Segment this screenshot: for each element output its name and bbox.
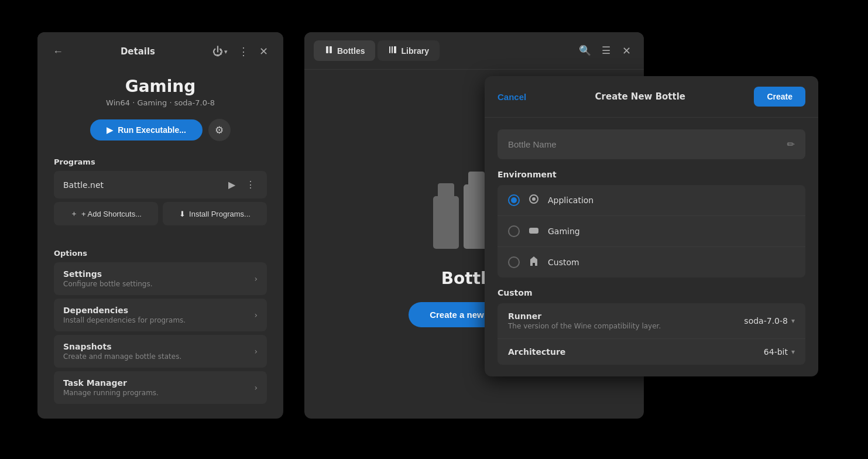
library-tab-icon: [388, 45, 397, 56]
svg-point-11: [532, 197, 536, 201]
programs-label: Programs: [54, 157, 267, 166]
details-title: Details: [121, 46, 155, 57]
edit-icon: ✏: [787, 139, 795, 150]
svg-rect-4: [394, 46, 396, 53]
details-panel: ← Details ⏻ ▾ ⋮ ✕ Gaming Win64 · Gaming …: [37, 32, 283, 419]
details-body: Gaming Win64 · Gaming · soda-7.0-8 ▶ Run…: [37, 71, 283, 419]
env-option-custom[interactable]: Custom: [498, 247, 805, 278]
custom-section: Custom Runner The version of the Wine co…: [498, 288, 805, 365]
add-shortcuts-button[interactable]: ＋ + Add Shortcuts...: [54, 202, 158, 225]
programs-section: Programs Battle.net ▶ ⋮ ＋ + Add Shortcut…: [54, 157, 267, 238]
svg-rect-1: [330, 46, 332, 53]
create-submit-button[interactable]: Create: [754, 87, 805, 107]
option-settings[interactable]: Settings Configure bottle settings. ›: [54, 262, 267, 295]
svg-rect-5: [433, 196, 459, 249]
env-option-application[interactable]: Application: [498, 185, 805, 216]
radio-dot: [511, 197, 517, 203]
details-header: ← Details ⏻ ▾ ⋮ ✕: [37, 32, 283, 71]
create-panel-title: Create New Bottle: [595, 91, 685, 102]
menu-button[interactable]: ☰: [599, 42, 613, 59]
runner-row: Runner The version of the Wine compatibi…: [498, 303, 805, 339]
bottle-name-input[interactable]: [508, 139, 787, 149]
env-option-gaming[interactable]: Gaming: [498, 216, 805, 247]
create-body: ✏ Environment Application: [485, 118, 818, 376]
custom-label: Custom: [498, 288, 805, 297]
chevron-right-icon: ›: [254, 274, 258, 283]
runner-label: Runner: [508, 311, 661, 321]
bottles-tab-icon: [324, 45, 334, 56]
more-options-button[interactable]: ⋮: [235, 43, 252, 60]
radio-gaming: [508, 225, 520, 237]
program-name: Battle.net: [63, 180, 104, 190]
create-header: Cancel Create New Bottle Create: [485, 76, 818, 118]
chevron-right-icon: ›: [254, 383, 258, 392]
power-button[interactable]: ⏻ ▾: [209, 43, 231, 60]
run-settings-button[interactable]: ⚙: [208, 119, 231, 141]
back-button[interactable]: ←: [49, 43, 67, 60]
bottles-header: Bottles Library 🔍 ☰ ✕: [304, 32, 644, 70]
environment-label: Environment: [498, 170, 805, 179]
run-executable-button[interactable]: ▶ Run Executable...: [90, 119, 203, 141]
cancel-button[interactable]: Cancel: [498, 92, 526, 102]
program-more-button[interactable]: ⋮: [243, 178, 258, 191]
option-dependencies[interactable]: Dependencies Install dependencies for pr…: [54, 299, 267, 331]
environment-options: Application Gaming Custom: [498, 185, 805, 278]
radio-application: [508, 194, 520, 206]
option-task-manager[interactable]: Task Manager Manage running programs. ›: [54, 371, 267, 404]
chevron-right-icon: ›: [254, 347, 258, 356]
create-new-bottle-panel: Cancel Create New Bottle Create ✏ Enviro…: [485, 76, 818, 376]
runner-dropdown[interactable]: soda-7.0-8 ▾: [744, 316, 795, 326]
env-custom-label: Custom: [548, 258, 579, 267]
environment-section: Environment Application: [498, 170, 805, 278]
runner-value: soda-7.0-8: [744, 316, 788, 326]
custom-options: Runner The version of the Wine compatibi…: [498, 303, 805, 365]
bottle-name-field: ✏: [498, 129, 805, 159]
chevron-right-icon: ›: [254, 310, 258, 320]
download-icon: ⬇: [179, 210, 186, 218]
architecture-dropdown[interactable]: 64-bit ▾: [764, 347, 795, 357]
gaming-icon: [528, 224, 540, 238]
gear-icon: ⚙: [215, 124, 224, 136]
tab-bottles[interactable]: Bottles: [314, 40, 375, 61]
bottle-name: Gaming: [125, 77, 196, 96]
options-section: Options Settings Configure bottle settin…: [54, 249, 267, 407]
application-icon: [528, 193, 540, 207]
shortcut-row: ＋ + Add Shortcuts... ⬇ Install Programs.…: [54, 202, 267, 225]
plus-icon: ＋: [70, 208, 78, 219]
architecture-row: Architecture 64-bit ▾: [498, 339, 805, 365]
bottle-meta: Win64 · Gaming · soda-7.0-8: [106, 98, 215, 107]
program-play-button[interactable]: ▶: [226, 178, 238, 191]
architecture-value: 64-bit: [764, 347, 788, 357]
tab-library[interactable]: Library: [378, 40, 439, 61]
env-gaming-label: Gaming: [548, 227, 580, 236]
options-label: Options: [54, 249, 267, 258]
svg-rect-3: [392, 46, 393, 53]
program-item: Battle.net ▶ ⋮: [54, 171, 267, 198]
run-row: ▶ Run Executable... ⚙: [90, 119, 231, 141]
dropdown-arrow-icon: ▾: [791, 317, 795, 325]
close-bottles-button[interactable]: ✕: [619, 42, 634, 60]
dropdown-arrow-icon: ▾: [791, 348, 795, 356]
search-button[interactable]: 🔍: [577, 42, 593, 59]
svg-rect-8: [468, 172, 485, 188]
install-programs-button[interactable]: ⬇ Install Programs...: [163, 202, 267, 225]
architecture-label: Architecture: [508, 347, 565, 357]
svg-rect-0: [326, 46, 328, 53]
radio-custom: [508, 256, 520, 268]
svg-rect-6: [438, 183, 454, 200]
close-details-button[interactable]: ✕: [256, 43, 272, 60]
svg-rect-2: [389, 46, 390, 53]
custom-icon: [528, 255, 540, 269]
runner-desc: The version of the Wine compatibility la…: [508, 322, 661, 330]
program-actions: ▶ ⋮: [226, 178, 258, 191]
tab-group: Bottles Library: [314, 40, 440, 61]
play-icon: ▶: [107, 125, 113, 135]
option-snapshots[interactable]: Snapshots Create and manage bottle state…: [54, 335, 267, 368]
bottles-header-icons: 🔍 ☰ ✕: [577, 42, 634, 60]
env-application-label: Application: [548, 196, 593, 205]
